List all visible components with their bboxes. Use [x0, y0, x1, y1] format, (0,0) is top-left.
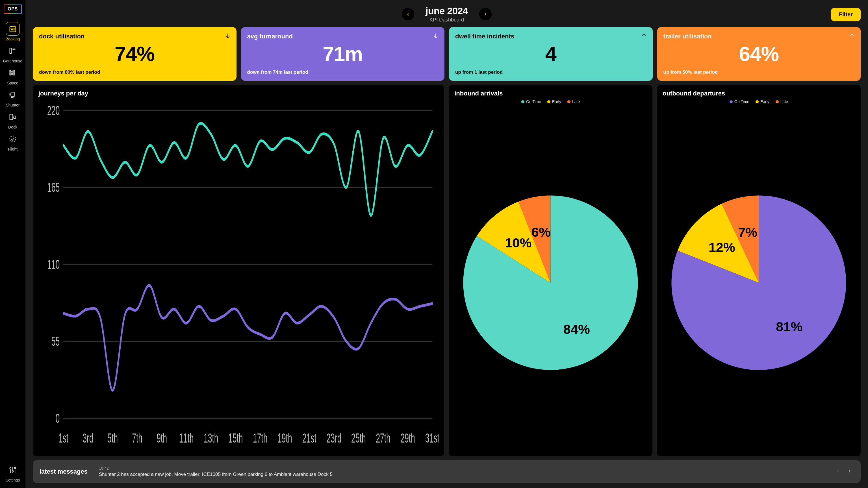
- arrow-up-icon: [641, 33, 647, 40]
- kpi-value: 71m: [247, 42, 438, 66]
- topbar: june 2024 KPI Dashboard Filter: [33, 5, 861, 23]
- legend-dot: [547, 100, 550, 103]
- kpi-card-0[interactable]: dock utilisation 74% down from 80% last …: [33, 27, 237, 81]
- svg-point-25: [10, 136, 16, 142]
- chevron-left-icon: [836, 468, 841, 474]
- legend-item: On Time: [730, 99, 749, 104]
- svg-text:7th: 7th: [132, 431, 143, 445]
- svg-text:3rd: 3rd: [83, 431, 93, 445]
- nav-label-dock: Dock: [8, 125, 17, 129]
- kpi-title: trailer utilisation: [663, 33, 855, 40]
- journeys-title: journeys per day: [38, 90, 438, 97]
- shunter-icon: [6, 88, 20, 102]
- kpi-title: avg turnaround: [247, 33, 438, 40]
- messages-next-button[interactable]: [845, 467, 854, 477]
- kpi-title: dock utilisation: [39, 33, 230, 40]
- legend-item: Late: [776, 99, 788, 104]
- main-area: june 2024 KPI Dashboard Filter dock util…: [25, 0, 868, 488]
- svg-text:5th: 5th: [107, 431, 118, 445]
- svg-point-13: [11, 71, 13, 72]
- svg-text:0: 0: [55, 411, 60, 426]
- svg-text:84%: 84%: [563, 322, 590, 337]
- kpi-value: 74%: [39, 42, 230, 66]
- svg-text:7%: 7%: [738, 225, 757, 240]
- svg-point-27: [10, 468, 11, 469]
- svg-text:15th: 15th: [228, 431, 243, 445]
- svg-rect-12: [10, 71, 11, 75]
- legend-item: Late: [567, 99, 580, 104]
- inbound-title: inbound arrivals: [454, 90, 647, 97]
- messages-prev-button[interactable]: [834, 467, 843, 477]
- booking-icon: [6, 22, 20, 36]
- nav-item-space[interactable]: Space: [4, 64, 21, 87]
- svg-text:27th: 27th: [376, 431, 391, 445]
- nav-label-flight: Flight: [8, 147, 18, 151]
- period-next-button[interactable]: [479, 8, 492, 20]
- svg-text:31st: 31st: [425, 431, 438, 445]
- kpi-compare: down from 80% last period: [39, 69, 230, 75]
- svg-point-21: [10, 95, 10, 96]
- kpi-row: dock utilisation 74% down from 80% last …: [33, 27, 861, 81]
- svg-text:9th: 9th: [157, 431, 167, 445]
- svg-text:11th: 11th: [179, 431, 194, 445]
- nav-item-shunter[interactable]: Shunter: [4, 87, 21, 108]
- nav-item-booking[interactable]: Booking: [4, 20, 21, 42]
- svg-text:220: 220: [47, 103, 60, 118]
- arrow-up-icon: [849, 33, 855, 40]
- nav-settings[interactable]: Settings: [4, 461, 21, 484]
- svg-rect-22: [10, 115, 13, 120]
- svg-point-20: [10, 94, 10, 95]
- period-prev-button[interactable]: [402, 8, 414, 20]
- svg-text:10%: 10%: [505, 235, 531, 250]
- svg-rect-0: [10, 27, 16, 32]
- legend-label: Late: [780, 99, 788, 104]
- brand-logo: OPS: [4, 4, 22, 13]
- message-timestamp: 10:42: [99, 466, 823, 470]
- svg-text:165: 165: [47, 180, 60, 195]
- svg-rect-15: [14, 71, 15, 75]
- svg-point-18: [13, 97, 14, 98]
- legend-label: On Time: [526, 99, 541, 104]
- legend-label: Early: [552, 99, 561, 104]
- svg-text:25th: 25th: [351, 431, 366, 445]
- svg-point-19: [10, 93, 10, 94]
- period-subtitle: KPI Dashboard: [426, 17, 468, 23]
- dock-icon: [6, 110, 20, 124]
- arrow-down-icon: [225, 33, 231, 40]
- kpi-card-1[interactable]: avg turnaround 71m down from 74m last pe…: [241, 27, 445, 81]
- legend-label: Early: [761, 99, 769, 104]
- legend-label: Late: [572, 99, 580, 104]
- filter-button[interactable]: Filter: [831, 8, 861, 21]
- period-title: june 2024: [426, 5, 468, 17]
- flight-icon: [6, 132, 20, 146]
- nav-item-dock[interactable]: Dock: [4, 108, 21, 130]
- legend-dot: [776, 100, 779, 103]
- kpi-title: dwell time incidents: [455, 33, 647, 40]
- svg-text:29th: 29th: [400, 431, 415, 445]
- legend-item: On Time: [521, 99, 541, 104]
- kpi-card-2[interactable]: dwell time incidents 4 up from 1 last pe…: [449, 27, 653, 81]
- kpi-card-3[interactable]: trailer utilisation 64% up from 50% last…: [657, 27, 861, 81]
- nav-item-gatehouse[interactable]: Gatehouse: [4, 42, 21, 64]
- nav-label-gatehouse: Gatehouse: [3, 59, 23, 63]
- sidebar: OPS Booking Gatehouse Space Shunter Dock…: [0, 0, 25, 488]
- kpi-compare: up from 50% last period: [663, 69, 855, 75]
- kpi-value: 4: [455, 42, 647, 66]
- nav-item-flight[interactable]: Flight: [4, 130, 21, 153]
- outbound-title: outbound departures: [662, 90, 855, 97]
- nav-label-space: Space: [7, 81, 19, 85]
- legend-label: On Time: [734, 99, 749, 104]
- outbound-pie: 7%12%81%: [662, 182, 855, 375]
- svg-text:1st: 1st: [59, 431, 69, 445]
- svg-point-17: [11, 97, 13, 98]
- sliders-icon: [6, 463, 20, 477]
- svg-rect-7: [10, 48, 11, 54]
- legend-item: Early: [755, 99, 769, 104]
- svg-text:19th: 19th: [277, 431, 292, 445]
- chevron-right-icon: [483, 12, 488, 17]
- svg-point-29: [12, 470, 13, 472]
- legend-dot: [521, 100, 524, 103]
- nav-label-settings: Settings: [6, 478, 20, 482]
- svg-text:12%: 12%: [709, 239, 735, 255]
- chevron-right-icon: [847, 468, 852, 474]
